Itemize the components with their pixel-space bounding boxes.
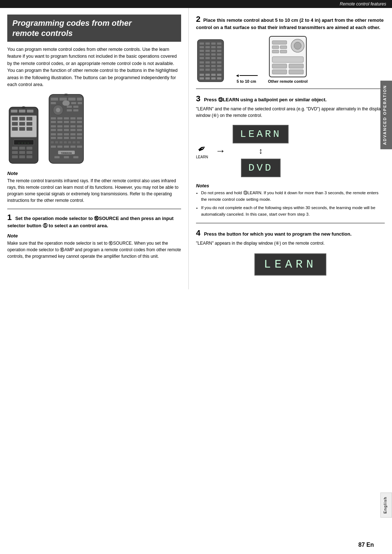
step-1-section: 1 Set the operation mode selector to ⑯SO…	[7, 209, 181, 260]
svg-rect-87	[73, 156, 78, 158]
svg-rect-80	[64, 146, 69, 148]
svg-rect-110	[200, 61, 204, 64]
svg-rect-56	[51, 129, 56, 131]
step-3-body: "LEARN" and the name of the selected con…	[196, 106, 385, 119]
svg-rect-52	[57, 125, 62, 127]
svg-rect-72	[55, 141, 58, 143]
learn-display-row: ✒ LEARN → LEARN ↕ DVD	[196, 123, 385, 179]
yamaha-remote-diagram	[196, 39, 225, 83]
advanced-operation-tab: ADVANCED OPERATION	[380, 81, 392, 149]
english-tab: English	[380, 493, 392, 518]
intro-paragraph: You can program remote control codes fro…	[7, 46, 181, 88]
svg-rect-50	[77, 121, 82, 123]
arrow-right-symbol: →	[215, 145, 225, 157]
svg-rect-28	[60, 98, 67, 101]
svg-rect-93	[217, 42, 221, 45]
svg-rect-19	[12, 151, 18, 154]
svg-rect-20	[19, 151, 25, 154]
svg-rect-121	[217, 69, 221, 71]
svg-rect-135	[280, 46, 287, 49]
svg-point-88	[64, 94, 69, 96]
svg-rect-108	[211, 57, 216, 59]
svg-rect-1	[11, 110, 17, 113]
svg-rect-34	[78, 102, 82, 104]
other-remote-label: Other remote control	[268, 79, 307, 83]
page-number: 87 En	[358, 542, 374, 548]
step-2-diagram: ◄ 5 to 10 cm	[196, 35, 385, 83]
svg-rect-138	[272, 57, 303, 62]
svg-rect-111	[205, 61, 210, 64]
right-column: 2 Place this remote control about 5 to 1…	[189, 8, 392, 289]
svg-rect-9	[19, 122, 25, 126]
svg-rect-63	[64, 133, 69, 135]
remote-image-1: - - - -	[7, 105, 40, 166]
svg-rect-75	[68, 141, 71, 143]
learn-display: LEARN	[233, 125, 289, 143]
svg-rect-136	[272, 50, 279, 53]
notes-2-item-1: Do not press and hold ⑬LEARN. If you hol…	[201, 190, 385, 203]
svg-rect-43	[64, 117, 69, 119]
note-1-text: The remote control transmits infrared ra…	[7, 178, 181, 204]
svg-rect-39	[67, 109, 72, 111]
arrow-down-symbol: ↕	[259, 146, 263, 156]
svg-rect-126	[200, 77, 204, 80]
svg-rect-6	[19, 117, 25, 121]
distance-label: 5 to 10 cm	[237, 79, 256, 83]
svg-rect-18	[26, 147, 32, 150]
svg-rect-109	[217, 57, 221, 59]
svg-rect-61	[51, 133, 56, 135]
remote-images-row: - - - -	[7, 93, 181, 166]
notes-2-box: Notes Do not press and hold ⑬LEARN. If y…	[196, 183, 385, 218]
svg-rect-79	[57, 146, 62, 148]
svg-rect-30	[77, 98, 82, 101]
svg-rect-38	[73, 106, 78, 108]
svg-rect-141	[272, 70, 287, 74]
svg-rect-122	[200, 74, 204, 76]
remote-svg-2: YAMAHA	[47, 93, 85, 165]
svg-rect-103	[205, 53, 210, 56]
svg-rect-67	[57, 137, 62, 139]
svg-rect-5	[12, 117, 18, 121]
svg-rect-77	[77, 141, 80, 143]
svg-rect-31	[51, 102, 56, 104]
svg-rect-76	[73, 141, 75, 143]
svg-rect-102	[200, 53, 204, 56]
left-column: Programming codes from other remote cont…	[0, 8, 189, 289]
remote-svg-1: - - - -	[7, 105, 40, 165]
notes-2-title: Notes	[196, 183, 385, 188]
svg-rect-2	[19, 110, 25, 113]
svg-rect-125	[217, 74, 221, 76]
svg-rect-12	[19, 127, 25, 131]
step-2-number: 2	[196, 15, 200, 24]
svg-rect-96	[211, 46, 216, 48]
svg-rect-60	[77, 129, 82, 131]
svg-rect-85	[54, 156, 60, 158]
step-4-display-area: LEARN	[196, 251, 385, 278]
svg-rect-128	[211, 77, 216, 80]
svg-rect-23	[19, 155, 25, 158]
svg-rect-91	[205, 42, 210, 45]
svg-rect-66	[51, 137, 56, 139]
svg-rect-129	[217, 77, 221, 80]
svg-rect-71	[51, 141, 54, 143]
svg-rect-41	[51, 117, 56, 119]
svg-rect-112	[211, 61, 216, 64]
note-1-title: Note	[7, 171, 181, 176]
svg-rect-58	[64, 129, 69, 131]
svg-rect-33	[71, 102, 76, 104]
svg-rect-32	[62, 101, 70, 106]
step-1-note-text: Make sure that the operation mode select…	[7, 240, 181, 260]
svg-rect-86	[64, 156, 69, 158]
svg-rect-120	[211, 69, 216, 71]
svg-rect-105	[217, 53, 221, 56]
svg-rect-51	[51, 125, 56, 127]
distance-area: ◄ 5 to 10 cm	[235, 55, 258, 83]
svg-rect-49	[70, 121, 75, 123]
pen-icon-area: ✒ LEARN	[196, 143, 208, 159]
section-title-heading: Programming codes from other remote cont…	[12, 18, 176, 38]
svg-rect-59	[70, 129, 75, 131]
divider-2-3	[196, 89, 385, 89]
step-1-note: Note Make sure that the operation mode s…	[7, 233, 181, 260]
svg-rect-101	[217, 50, 221, 52]
svg-rect-116	[211, 65, 216, 67]
